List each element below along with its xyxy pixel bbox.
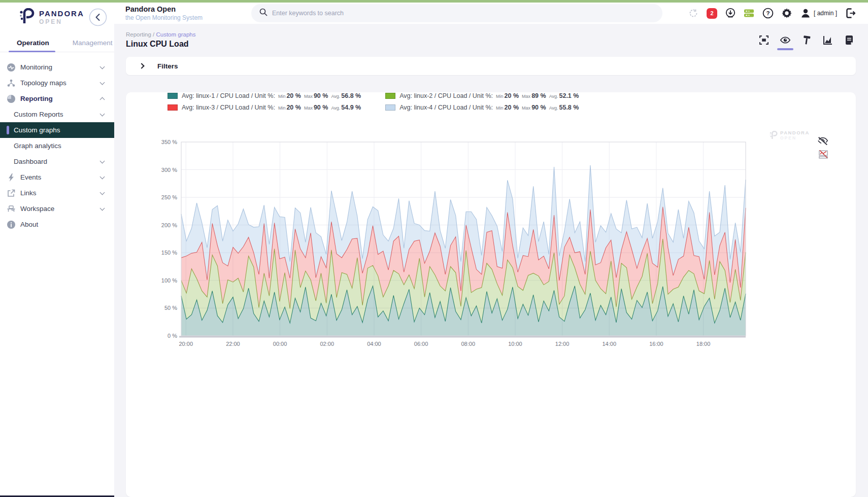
links-icon [7,189,16,198]
fullscreen-icon[interactable] [758,34,770,46]
sidebar-item-custom-graphs[interactable]: Custom graphs [0,122,114,138]
sidebar-item-label: Dashboard [14,158,47,165]
help-icon[interactable]: ? [762,8,774,19]
sidebar-menu: MonitoringTopology mapsReportingCustom R… [0,59,114,232]
chevron-down-icon [100,158,105,163]
sidebar-item-monitoring[interactable]: Monitoring [0,59,114,75]
chevron-down-icon [100,80,105,85]
breadcrumb-current-link[interactable]: Custom graphs [156,31,195,38]
legend-item-4: Avg: linux-4 / CPU Load / Unit %: Min20 … [385,104,579,111]
watermark-line1: PANDORA [780,130,810,135]
servers-status-icon[interactable] [744,8,755,19]
legend-item-3: Avg: linux-3 / CPU Load / Unit %: Min20 … [168,104,361,111]
autorefresh-icon[interactable] [688,8,699,19]
sidebar-item-dashboard[interactable]: Dashboard [0,154,114,169]
svg-text:0 %: 0 % [168,333,177,339]
reporting-icon [7,94,16,103]
legend-swatch [168,104,178,111]
page-heading-block: Reporting / Custom graphs Linux CPU Load [126,31,195,49]
sidebar-item-label: Graph analytics [14,142,61,150]
chart-legend: Avg: linux-1 / CPU Load / Unit %: Min20 … [168,92,680,111]
logout-icon[interactable] [845,8,856,19]
events-icon [7,173,16,182]
search-input[interactable] [272,10,654,17]
sidebar-item-about[interactable]: About [0,217,114,232]
svg-text:08:00: 08:00 [461,341,476,347]
svg-text:?: ? [766,10,770,16]
filters-label: Filters [157,62,178,70]
legend-item-2: Avg: linux-2 / CPU Load / Unit %: Min20 … [385,92,579,99]
svg-text:18:00: 18:00 [696,341,711,347]
svg-text:10:00: 10:00 [508,341,522,347]
sidebar-item-label: Links [20,189,37,197]
sidebar-item-label: Reporting [20,95,53,102]
sidebar-tabs: Operation Management [0,32,114,52]
sidebar-item-events[interactable]: Events [0,169,114,185]
page-title: Linux CPU Load [126,40,195,49]
svg-text:02:00: 02:00 [320,341,335,347]
graph-card: Avg: linux-1 / CPU Load / Unit %: Min20 … [126,92,856,497]
sidebar-item-reporting[interactable]: Reporting [0,91,114,106]
search-icon [259,8,268,18]
sidebar-item-workspace[interactable]: Workspace [0,201,114,217]
svg-text:12:00: 12:00 [555,341,570,347]
svg-text:50 %: 50 % [164,305,177,311]
graph-toolbar [758,34,855,46]
svg-text:20:00: 20:00 [179,341,193,347]
sidebar-item-label: Topology maps [20,79,66,87]
legend-swatch [168,93,178,99]
sidebar-item-graph-analytics[interactable]: Graph analytics [0,138,114,154]
app-title-block: Pandora Open the Open Monitoring System [125,5,251,21]
tab-management[interactable]: Management [73,39,113,52]
breadcrumb-section: Reporting [126,31,151,38]
global-search[interactable] [251,4,662,22]
pandora-watermark: PANDORA OPEN [770,130,810,140]
svg-text:200 %: 200 % [161,222,177,228]
about-icon [7,220,16,229]
chevron-right-icon [139,63,144,68]
chevron-down-icon [100,174,105,179]
breadcrumb: Reporting / Custom graphs [126,31,195,38]
logo-text: PANDORA OPEN [39,9,84,25]
build-hammer-icon[interactable] [801,34,812,46]
svg-text:14:00: 14:00 [603,341,617,347]
sidebar: PANDORA OPEN Operation Management Monito… [0,3,114,497]
tab-operation[interactable]: Operation [17,39,49,52]
sidebar-item-topology-maps[interactable]: Topology maps [0,75,114,91]
svg-text:100 %: 100 % [161,277,177,283]
settings-gear-icon[interactable] [781,8,792,19]
legend-item-1: Avg: linux-1 / CPU Load / Unit %: Min20 … [168,92,361,99]
filters-panel-toggle[interactable]: Filters [126,57,856,75]
cpu-load-chart: 0 %50 %100 %150 %200 %250 %300 %350 %20:… [154,139,748,354]
chevron-down-icon [100,111,105,116]
sidebar-item-label: Custom graphs [14,126,60,134]
sidebar-item-label: Custom Reports [14,111,63,118]
update-manager-icon[interactable] [725,8,736,19]
topology-maps-icon [7,79,16,88]
user-menu[interactable]: [ admin ] [800,8,837,19]
svg-text:250 %: 250 % [161,194,177,200]
user-icon [800,8,811,19]
app-title: Pandora Open [125,5,251,13]
report-document-icon[interactable] [844,34,855,46]
svg-text:300 %: 300 % [161,167,177,173]
sidebar-item-links[interactable]: Links [0,185,114,201]
svg-text:16:00: 16:00 [649,341,663,347]
app-subtitle: the Open Monitoring System [125,14,251,21]
notifications-badge[interactable]: 2 [707,8,717,19]
sidebar-item-label: Workspace [20,205,54,212]
view-eye-icon[interactable] [780,34,791,46]
legend-swatch [385,93,395,99]
chevron-down-icon [100,190,105,195]
area-chart-icon[interactable] [822,34,833,46]
disable-graph-icon[interactable] [819,150,828,161]
svg-text:06:00: 06:00 [414,341,428,347]
watermark-line2: OPEN [780,135,810,140]
sidebar-item-custom-reports[interactable]: Custom Reports [0,106,114,122]
sidebar-collapse-button[interactable] [89,8,107,26]
logo-primary: PANDORA [39,9,84,18]
user-label: [ admin ] [814,10,837,17]
hide-graph-eye-slash-icon[interactable] [817,136,828,149]
logo-secondary: OPEN [39,18,84,25]
svg-text:04:00: 04:00 [367,341,381,347]
